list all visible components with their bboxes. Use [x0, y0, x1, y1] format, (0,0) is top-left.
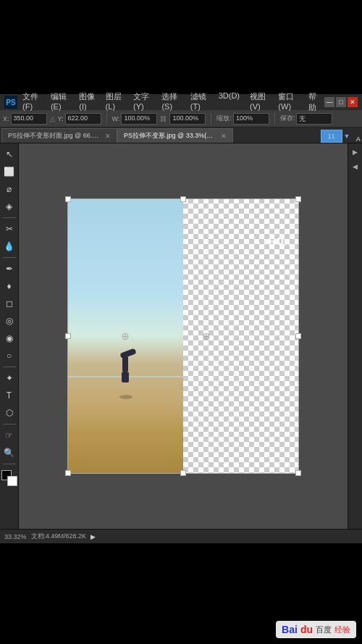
- w-label: W:: [112, 115, 120, 122]
- tab-dropdown: 11 ▼: [321, 130, 350, 143]
- menu-layer[interactable]: 图层(L): [104, 91, 126, 114]
- minimize-button[interactable]: —: [324, 97, 334, 107]
- y-label: Y:: [58, 115, 64, 122]
- color-boxes[interactable]: [1, 470, 17, 486]
- h-field: 100.00%: [169, 113, 206, 125]
- clone-tool[interactable]: ♦: [1, 278, 17, 294]
- baidu-sub: 经验: [334, 624, 350, 635]
- dropdown-value[interactable]: 11: [321, 130, 342, 143]
- right-panel: ▶ ◀: [348, 143, 362, 529]
- menu-view[interactable]: 视图(V): [248, 91, 270, 114]
- canvas-container: ⊕ ⊕: [67, 198, 299, 474]
- baidu-watermark: Bai du 百度 经验: [276, 621, 356, 638]
- doc-info: 文档:4.49M/628.2K: [31, 532, 87, 541]
- baidu-du-text: du: [300, 624, 313, 635]
- marquee-tool[interactable]: ⬜: [1, 164, 17, 180]
- save-field: 保存: 无: [280, 113, 333, 125]
- x-label: X:: [3, 115, 9, 122]
- zoom-status: 33.32%: [4, 533, 27, 540]
- bottom-area: Bai du 百度 经验: [0, 543, 362, 644]
- zoom-value[interactable]: 100%: [233, 113, 269, 125]
- save-value[interactable]: 无: [296, 113, 332, 125]
- menu-help[interactable]: 帮助: [306, 91, 321, 114]
- tab-1[interactable]: PS拉伸不变形封面.jpg @ 66.7%(RGB/8) ✕: [1, 128, 117, 143]
- tab-2[interactable]: PS拉伸不变形.jpg @ 33.3%(图层 1, RGB/8*) ✕: [117, 128, 233, 143]
- status-bar: 33.32% 文档:4.49M/628.2K ▶: [0, 529, 362, 543]
- right-tool-1[interactable]: ▶: [350, 146, 361, 158]
- separator-2: [211, 113, 211, 125]
- toolbar-separator-5: [3, 464, 16, 464]
- right-tool-2[interactable]: ◀: [350, 161, 361, 172]
- eraser-tool[interactable]: ◻: [1, 296, 17, 311]
- separator-1: [106, 113, 107, 125]
- close-button[interactable]: ✕: [348, 97, 358, 107]
- window-controls: — □ ✕: [324, 97, 358, 107]
- lasso-tool[interactable]: ⌀: [1, 181, 17, 197]
- w-value[interactable]: 100.00%: [121, 113, 157, 125]
- canvas-area: ⊕ ⊕: [19, 143, 348, 529]
- menu-bar: 文件(F) 编辑(E) 图像(I) 图层(L) 文字(Y) 选择(S) 滤镜(T…: [20, 91, 321, 114]
- ps-window: PS 文件(F) 编辑(E) 图像(I) 图层(L) 文字(Y) 选择(S) 滤…: [0, 94, 362, 543]
- figure-shadow: [119, 395, 132, 399]
- left-toolbar: ↖ ⬜ ⌀ ◈ ✂ 💧 ✒ ♦ ◻ ◎ ◉ ○ ✦ T ⬡ ☞ 🔍: [0, 143, 19, 529]
- brush-tool[interactable]: ✒: [1, 261, 17, 277]
- figure-body: [122, 356, 128, 372]
- main-layout: ↖ ⬜ ⌀ ◈ ✂ 💧 ✒ ♦ ◻ ◎ ◉ ○ ✦ T ⬡ ☞ 🔍: [0, 143, 362, 529]
- pen-tool[interactable]: ✦: [1, 370, 17, 386]
- quick-select-tool[interactable]: ◈: [1, 198, 17, 214]
- eyedropper-tool[interactable]: 💧: [1, 238, 17, 254]
- menu-3d[interactable]: 3D(D): [216, 91, 242, 114]
- shape-tool[interactable]: ⬡: [1, 405, 17, 421]
- menu-edit[interactable]: 编辑(E): [49, 91, 71, 114]
- toolbar-separator-1: [3, 217, 16, 218]
- hand-tool[interactable]: ☞: [1, 427, 17, 443]
- dropdown-arrow[interactable]: ▼: [344, 133, 350, 140]
- tab-1-label: PS拉伸不变形封面.jpg @ 66.7%(RGB/8): [8, 131, 102, 141]
- ps-logo: PS: [4, 96, 17, 109]
- maximize-button[interactable]: □: [336, 97, 346, 107]
- y-field: Y: 622.00: [58, 113, 101, 125]
- transparent-area: [183, 198, 299, 474]
- menu-select[interactable]: 选择(S): [159, 91, 182, 114]
- status-arrow[interactable]: ▶: [90, 533, 96, 540]
- menu-image[interactable]: 图像(I): [77, 91, 97, 114]
- zoom-label: 缩放:: [216, 114, 232, 123]
- toolbar-separator-2: [3, 257, 16, 258]
- toolbar-separator-3: [3, 367, 16, 367]
- tab-2-label: PS拉伸不变形.jpg @ 33.3%(图层 1, RGB/8*): [124, 131, 218, 141]
- image-area: [67, 198, 183, 474]
- right-panel-toggle[interactable]: A: [356, 135, 361, 143]
- menu-window[interactable]: 窗口(W): [276, 91, 300, 114]
- title-bar: PS 文件(F) 编辑(E) 图像(I) 图层(L) 文字(Y) 选择(S) 滤…: [0, 94, 362, 110]
- figure: [120, 361, 130, 397]
- x-field: X: 350.00: [3, 113, 47, 125]
- baidu-logo-text: Bai: [282, 624, 298, 635]
- tab-2-close[interactable]: ✕: [221, 133, 227, 140]
- menu-text[interactable]: 文字(Y): [131, 91, 153, 114]
- move-tool[interactable]: ↖: [1, 146, 17, 162]
- w-field: W: 100.00%: [112, 113, 158, 125]
- x-value[interactable]: 350.00: [11, 113, 47, 125]
- text-tool[interactable]: T: [1, 388, 17, 403]
- crop-tool[interactable]: ✂: [1, 221, 17, 237]
- gradient-tool[interactable]: ◎: [1, 313, 17, 329]
- background-color[interactable]: [7, 476, 17, 486]
- tab-bar: PS拉伸不变形封面.jpg @ 66.7%(RGB/8) ✕ PS拉伸不变形.j…: [0, 127, 362, 143]
- baidu-jingyan: 百度: [316, 624, 332, 635]
- h-value[interactable]: 100.00%: [169, 113, 206, 125]
- figure-legs: [122, 372, 129, 382]
- zoom-field: 缩放: 100%: [216, 113, 269, 125]
- y-value[interactable]: 622.00: [65, 113, 101, 125]
- top-black-area: [0, 0, 362, 94]
- blur-tool[interactable]: ◉: [1, 330, 17, 346]
- tab-1-close[interactable]: ✕: [105, 133, 111, 140]
- beach-photo: [67, 198, 183, 474]
- save-label: 保存:: [280, 114, 295, 123]
- toolbar-separator-4: [3, 424, 16, 425]
- dodge-tool[interactable]: ○: [1, 348, 17, 364]
- separator-3: [274, 113, 275, 125]
- figure-arms: [119, 348, 136, 359]
- menu-file[interactable]: 文件(F): [20, 91, 43, 114]
- zoom-tool[interactable]: 🔍: [1, 445, 17, 461]
- menu-filter[interactable]: 滤镜(T): [188, 91, 211, 114]
